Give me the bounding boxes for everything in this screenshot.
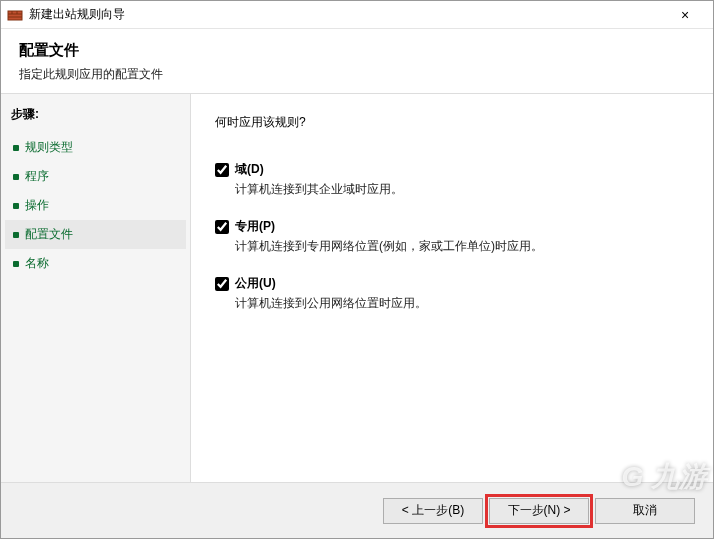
private-label: 专用(P): [235, 218, 275, 235]
domain-label: 域(D): [235, 161, 264, 178]
next-button[interactable]: 下一步(N) >: [489, 498, 589, 524]
option-public: 公用(U) 计算机连接到公用网络位置时应用。: [215, 275, 689, 312]
question-text: 何时应用该规则?: [215, 114, 689, 131]
step-name[interactable]: 名称: [5, 249, 186, 278]
private-checkbox[interactable]: [215, 220, 229, 234]
steps-heading: 步骤:: [5, 102, 186, 133]
back-button[interactable]: < 上一步(B): [383, 498, 483, 524]
wizard-header: 配置文件 指定此规则应用的配置文件: [1, 29, 713, 94]
page-subtitle: 指定此规则应用的配置文件: [19, 66, 695, 83]
step-action[interactable]: 操作: [5, 191, 186, 220]
wizard-window: 新建出站规则向导 × 配置文件 指定此规则应用的配置文件 步骤: 规则类型 程序…: [0, 0, 714, 539]
svg-rect-0: [8, 11, 22, 20]
public-desc: 计算机连接到公用网络位置时应用。: [235, 295, 689, 312]
window-title: 新建出站规则向导: [29, 6, 663, 23]
steps-sidebar: 步骤: 规则类型 程序 操作 配置文件 名称: [1, 94, 191, 482]
domain-desc: 计算机连接到其企业域时应用。: [235, 181, 689, 198]
titlebar: 新建出站规则向导 ×: [1, 1, 713, 29]
domain-checkbox[interactable]: [215, 163, 229, 177]
public-label: 公用(U): [235, 275, 276, 292]
page-title: 配置文件: [19, 41, 695, 60]
content-panel: 何时应用该规则? 域(D) 计算机连接到其企业域时应用。 专用(P) 计算机连接…: [191, 94, 713, 482]
option-private: 专用(P) 计算机连接到专用网络位置(例如，家或工作单位)时应用。: [215, 218, 689, 255]
private-desc: 计算机连接到专用网络位置(例如，家或工作单位)时应用。: [235, 238, 689, 255]
wizard-body: 步骤: 规则类型 程序 操作 配置文件 名称 何时应用该规则? 域(D) 计算机…: [1, 94, 713, 482]
wizard-footer: < 上一步(B) 下一步(N) > 取消: [1, 482, 713, 538]
firewall-icon: [7, 7, 23, 23]
step-profile[interactable]: 配置文件: [5, 220, 186, 249]
step-rule-type[interactable]: 规则类型: [5, 133, 186, 162]
cancel-button[interactable]: 取消: [595, 498, 695, 524]
option-domain: 域(D) 计算机连接到其企业域时应用。: [215, 161, 689, 198]
close-button[interactable]: ×: [663, 1, 707, 29]
step-program[interactable]: 程序: [5, 162, 186, 191]
public-checkbox[interactable]: [215, 277, 229, 291]
